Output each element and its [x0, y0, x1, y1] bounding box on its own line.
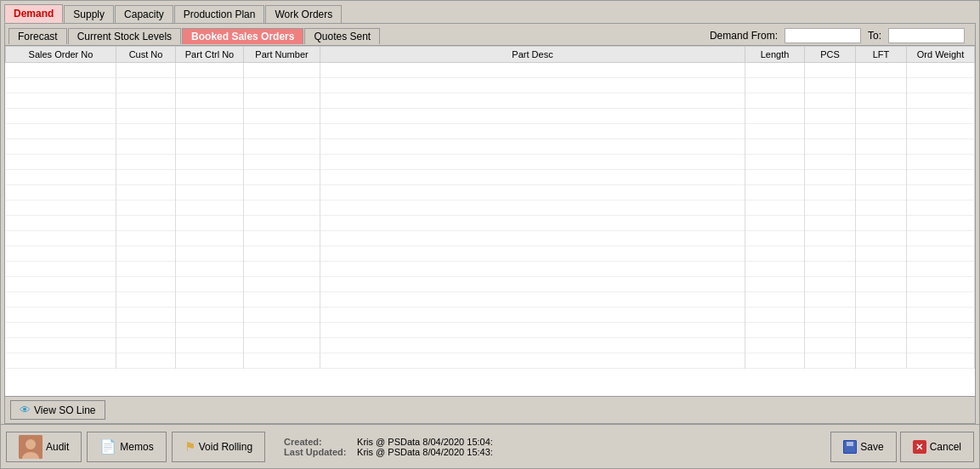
tab-production-plan[interactable]: Production Plan	[174, 5, 265, 23]
demand-from-area: Demand From: To:	[703, 26, 972, 45]
table-row	[6, 353, 975, 369]
sub-tabs-left: Forecast Current Stock Levels Booked Sal…	[8, 28, 381, 44]
tab-demand[interactable]: Demand	[4, 4, 63, 23]
audit-label: Audit	[46, 441, 69, 453]
table-row	[6, 93, 975, 109]
void-rolling-label: Void Rolling	[199, 441, 252, 453]
col-header-part-ctrl-no: Part Ctrl No	[176, 47, 244, 63]
tab-supply[interactable]: Supply	[64, 5, 114, 23]
svg-point-1	[25, 439, 36, 449]
created-label: Created:	[284, 437, 352, 447]
last-updated-row: Last Updated: Kris @ PSData 8/04/2020 15…	[284, 447, 813, 457]
table-wrapper: Sales Order No Cust No Part Ctrl No Part…	[5, 46, 975, 396]
table-row	[6, 277, 975, 292]
demand-from-label: Demand From:	[710, 30, 778, 42]
footer: Audit 📄 Memos ⚑ Void Rolling Created: Kr…	[1, 424, 979, 468]
table-row	[6, 262, 975, 277]
cancel-label: Cancel	[930, 441, 961, 453]
save-button[interactable]: Save	[830, 432, 896, 462]
table-row	[6, 292, 975, 308]
view-so-line-label: View SO Line	[34, 404, 96, 416]
last-updated-value: Kris @ PSData 8/04/2020 15:43:	[357, 447, 493, 457]
table-row	[6, 78, 975, 93]
tab-current-stock-levels[interactable]: Current Stock Levels	[68, 28, 181, 44]
eye-icon: 👁	[20, 404, 31, 416]
table-header-row: Sales Order No Cust No Part Ctrl No Part…	[6, 47, 975, 63]
main-container: Demand Supply Capacity Production Plan W…	[0, 0, 980, 469]
memos-label: Memos	[120, 441, 153, 453]
footer-buttons-left: Audit 📄 Memos ⚑ Void Rolling	[6, 432, 267, 462]
void-rolling-button[interactable]: ⚑ Void Rolling	[172, 432, 265, 462]
sub-tabs-bar: Forecast Current Stock Levels Booked Sal…	[5, 24, 975, 46]
table-row	[6, 139, 975, 155]
table-row	[6, 216, 975, 231]
demand-to-label: To:	[868, 30, 881, 42]
data-table: Sales Order No Cust No Part Ctrl No Part…	[5, 46, 975, 369]
memo-icon: 📄	[99, 438, 116, 455]
table-body	[6, 63, 975, 369]
table-row	[6, 308, 975, 323]
table-row	[6, 170, 975, 185]
cancel-button[interactable]: ✕ Cancel	[900, 432, 974, 462]
col-header-part-desc: Part Desc	[320, 47, 745, 63]
table-row	[6, 246, 975, 262]
demand-from-input[interactable]	[785, 28, 861, 43]
col-header-length: Length	[745, 47, 805, 63]
view-so-line-button[interactable]: 👁 View SO Line	[10, 400, 105, 420]
table-row	[6, 201, 975, 216]
table-row	[6, 124, 975, 139]
tab-capacity[interactable]: Capacity	[115, 5, 173, 23]
table-row	[6, 323, 975, 338]
tab-quotes-sent[interactable]: Quotes Sent	[304, 28, 380, 44]
audit-avatar	[19, 435, 42, 459]
top-tabs: Demand Supply Capacity Production Plan W…	[1, 1, 979, 23]
col-header-part-number: Part Number	[244, 47, 320, 63]
tab-work-orders[interactable]: Work Orders	[265, 5, 342, 23]
table-row	[6, 185, 975, 201]
last-updated-label: Last Updated:	[284, 447, 352, 457]
col-header-ord-weight: Ord Weight	[907, 47, 975, 63]
tab-booked-sales-orders[interactable]: Booked Sales Orders	[182, 28, 303, 44]
col-header-cust-no: Cust No	[116, 47, 176, 63]
audit-button[interactable]: Audit	[6, 432, 82, 462]
demand-to-input[interactable]	[888, 28, 965, 43]
table-row	[6, 338, 975, 353]
footer-buttons-right: Save ✕ Cancel	[830, 432, 974, 462]
col-header-pcs: PCS	[805, 47, 856, 63]
save-disk-icon	[843, 440, 857, 454]
save-label: Save	[860, 441, 883, 453]
cancel-x-icon: ✕	[913, 440, 926, 454]
col-header-lft: LFT	[856, 47, 907, 63]
footer-info: Created: Kris @ PSData 8/04/2020 15:04: …	[267, 437, 830, 457]
table-row	[6, 231, 975, 246]
void-icon: ⚑	[184, 439, 195, 455]
created-value: Kris @ PSData 8/04/2020 15:04:	[357, 437, 493, 447]
memos-button[interactable]: 📄 Memos	[87, 432, 166, 462]
created-row: Created: Kris @ PSData 8/04/2020 15:04:	[284, 437, 813, 447]
tab-forecast[interactable]: Forecast	[8, 28, 67, 44]
table-row	[6, 155, 975, 170]
content-bottom-bar: 👁 View SO Line	[5, 396, 975, 423]
table-row	[6, 109, 975, 124]
table-row	[6, 63, 975, 78]
col-header-sales-order-no: Sales Order No	[6, 47, 116, 63]
content-area: Forecast Current Stock Levels Booked Sal…	[4, 23, 976, 424]
